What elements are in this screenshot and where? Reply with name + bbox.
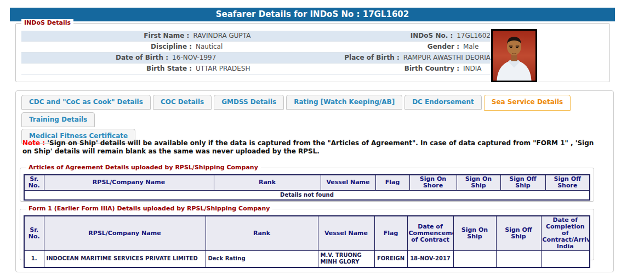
tab-strip: CDC and "CoC as Cook" DetailsCOC Details… <box>21 95 608 145</box>
form1-details-table: Sr. No. RPSL/Company Name Rank Vessel Na… <box>24 215 590 268</box>
detail-row-first-name: First Name : RAVINDRA GUPTA INDoS No. : … <box>21 31 491 42</box>
col-flag: Flag <box>374 216 407 251</box>
indos-no-label: INDoS No. : <box>323 31 457 41</box>
cell-commencement-date: 18-NOV-2017 <box>407 251 453 267</box>
seafarer-tabs-panel: CDC and "CoC as Cook" DetailsCOC Details… <box>15 90 614 272</box>
col-sr-no: Sr. No. <box>24 175 44 190</box>
cell-completion-date <box>541 251 590 267</box>
tab-coc-details[interactable]: COC Details <box>153 95 212 110</box>
discipline-label: Discipline : <box>21 42 196 52</box>
col-rank: Rank <box>206 216 318 251</box>
col-sr-no: Sr. No. <box>24 216 44 251</box>
cell-sign-off-ship <box>496 251 541 267</box>
cell-company-name: INDOCEAN MARITIME SERVICES PRIVATE LIMIT… <box>44 251 206 267</box>
detail-row-birth-date: Date of Birth : 16-NOV-1997 Place of Bir… <box>21 53 491 64</box>
col-date-of-completion: Date of Completion of Contract/Arriving … <box>541 216 590 251</box>
seafarer-photo <box>491 29 537 82</box>
tab-rating-watch-keeping-ab[interactable]: Rating [Watch Keeping/AB] <box>286 95 402 110</box>
col-flag: Flag <box>375 175 409 190</box>
first-name-value: RAVINDRA GUPTA <box>193 31 322 41</box>
indos-details-grid: First Name : RAVINDRA GUPTA INDoS No. : … <box>21 31 491 75</box>
col-sign-off-shore: Sign Off Shore <box>545 175 590 190</box>
note-prefix: Note : <box>22 139 45 147</box>
articles-of-agreement-legend: Articles of Agreement Details uploaded b… <box>26 164 261 172</box>
form1-table-header-row: Sr. No. RPSL/Company Name Rank Vessel Na… <box>24 216 590 251</box>
form1-details-legend: Form 1 (Earlier Form IIIA) Details uploa… <box>26 205 272 213</box>
gender-label: Gender : <box>327 42 463 52</box>
tab-cdc-coc-as-cook-details[interactable]: CDC and "CoC as Cook" Details <box>21 95 151 110</box>
col-sign-off-ship: Sign Off Ship <box>500 175 545 190</box>
detail-row-discipline: Discipline : Nautical Gender : Male <box>21 42 491 53</box>
col-vessel-name: Vessel Name <box>321 175 375 190</box>
articles-of-agreement-table: Sr. No. RPSL/Company Name Rank Vessel Na… <box>24 174 590 201</box>
date-of-birth-label: Date of Birth : <box>21 53 172 63</box>
col-sign-off-ship: Sign Off Ship <box>496 216 541 251</box>
birth-country-label: Birth Country : <box>327 64 463 74</box>
tab-gmdss-details[interactable]: GMDSS Details <box>214 95 284 110</box>
cell-rank: Deck Rating <box>206 251 318 267</box>
col-rpsl-company-name: RPSL/Company Name <box>44 175 214 190</box>
col-rank: Rank <box>214 175 321 190</box>
cell-sr-no: 1. <box>24 251 44 267</box>
details-not-found-message: Details not found <box>24 190 590 200</box>
cell-vessel-name: M.V. TRUONG MINH GLORY <box>318 251 374 267</box>
articles-of-agreement-panel: Articles of Agreement Details uploaded b… <box>20 168 594 202</box>
articles-table-header-row: Sr. No. RPSL/Company Name Rank Vessel Na… <box>24 175 590 190</box>
col-date-of-commencement: Date of Commencement of Contract <box>407 216 453 251</box>
indos-details-panel: INDoS Details First Name : RAVINDRA GUPT… <box>15 23 610 82</box>
detail-row-birth-state: Birth State : UTTAR PRADESH Birth Countr… <box>21 64 491 75</box>
form1-details-panel: Form 1 (Earlier Form IIIA) Details uploa… <box>20 209 594 260</box>
place-of-birth-label: Place of Birth : <box>286 53 403 63</box>
articles-table-empty-row: Details not found <box>24 190 590 200</box>
gender-value: Male <box>463 42 491 52</box>
col-vessel-name: Vessel Name <box>318 216 374 251</box>
first-name-label: First Name : <box>21 31 193 41</box>
tab-sea-service-details[interactable]: Sea Service Details <box>484 95 571 111</box>
place-of-birth-value: RAMPUR AWASTHI DEORIA <box>403 53 491 63</box>
indos-details-legend: INDoS Details <box>21 19 73 27</box>
birth-state-label: Birth State : <box>21 64 196 74</box>
col-rpsl-company-name: RPSL/Company Name <box>44 216 206 251</box>
indos-no-value: 17GL1602 <box>457 31 491 41</box>
tab-dc-endorsement[interactable]: DC Endorsement <box>404 95 482 110</box>
form1-table-data-row: 1. INDOCEAN MARITIME SERVICES PRIVATE LI… <box>24 251 590 267</box>
col-sign-on-ship: Sign On Ship <box>457 175 500 190</box>
cell-flag: FOREIGN <box>374 251 407 267</box>
page-title: Seafarer Details for INDoS No : 17GL1602 <box>10 8 615 21</box>
date-of-birth-value: 16-NOV-1997 <box>172 53 286 63</box>
col-sign-on-ship: Sign On Ship <box>453 216 496 251</box>
discipline-value: Nautical <box>196 42 327 52</box>
birth-state-value: UTTAR PRADESH <box>196 64 327 74</box>
birth-country-value: INDIA <box>463 64 491 74</box>
tab-training-details[interactable]: Training Details <box>21 112 95 127</box>
note-text: 'Sign on Ship' details will be available… <box>22 139 594 155</box>
cell-sign-on-ship <box>453 251 496 267</box>
col-sign-on-shore: Sign On Shore <box>409 175 457 190</box>
sign-on-ship-note: Note : 'Sign on Ship' details will be av… <box>22 139 601 156</box>
seafarer-photo-image <box>493 31 535 81</box>
